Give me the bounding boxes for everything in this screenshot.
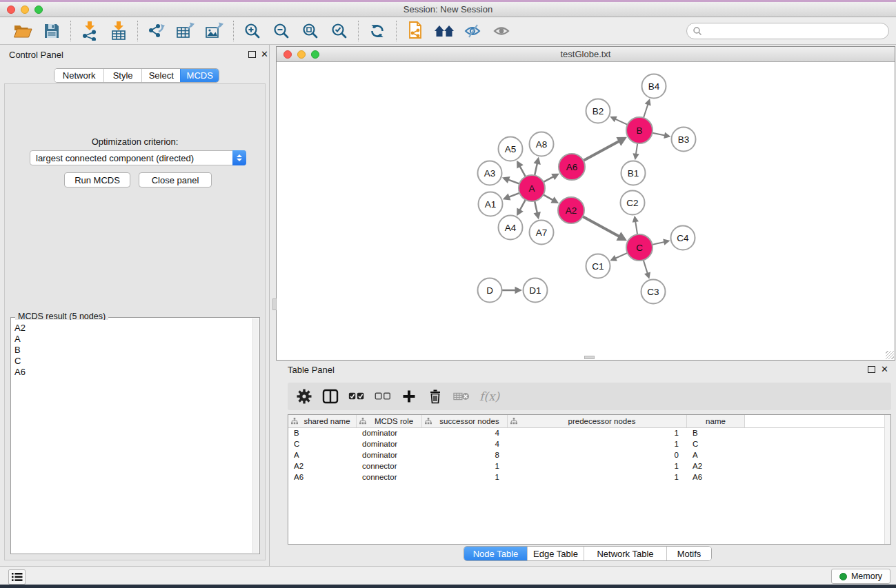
open-session-button[interactable] [11,20,34,42]
delete-table-button[interactable] [453,388,470,405]
table-cell[interactable]: dominator [357,450,422,461]
save-session-button[interactable] [40,20,63,42]
table-cell[interactable]: 1 [508,428,687,439]
table-cell[interactable]: connector [357,472,422,483]
float-panel-icon[interactable] [248,51,256,58]
result-item-a[interactable]: A [14,334,252,345]
edge-B-B3[interactable] [653,133,666,136]
network-close-button[interactable] [283,50,292,59]
table-row[interactable]: A6connector11A6 [288,472,890,483]
table-cell[interactable]: A6 [288,472,357,483]
table-cell[interactable]: A [288,450,357,461]
table-cell[interactable]: B [288,428,357,439]
zoom-in-button[interactable] [241,20,264,42]
table-cell[interactable]: B [687,428,745,439]
tab-style[interactable]: Style [103,69,141,82]
delete-columns-button[interactable] [427,388,444,405]
export-network-button[interactable] [145,20,168,42]
edge-C-C2[interactable] [635,221,637,234]
table-cell[interactable]: 1 [422,461,508,472]
table-close-icon[interactable]: ✕ [881,364,888,374]
table-cell[interactable]: 1 [508,472,687,483]
close-panel-button[interactable]: Close panel [139,172,212,187]
task-history-button[interactable] [8,569,26,585]
edge-B-B2[interactable] [615,119,628,125]
table-cell[interactable]: C [288,439,357,450]
horizontal-splitter-handle[interactable] [584,356,595,359]
network-maximize-button[interactable] [311,50,319,59]
table-cell[interactable]: 0 [508,450,687,461]
vertical-splitter-handle[interactable] [272,298,277,310]
result-item-a6[interactable]: A6 [14,367,252,378]
memory-button[interactable]: Memory [831,569,890,584]
table-row[interactable]: Bdominator41B [288,428,890,439]
table-cell[interactable]: 8 [422,450,508,461]
tab-node-table[interactable]: Node Table [464,547,527,560]
edge-B-B4[interactable] [644,104,648,118]
edge-A-A6[interactable] [544,176,554,182]
table-cell[interactable]: dominator [357,428,422,439]
zoom-selected-button[interactable] [328,20,351,42]
create-column-button[interactable] [401,388,417,405]
edge-C-C3[interactable] [644,260,648,274]
edge-A-A4[interactable] [520,200,526,210]
edge-A-A1[interactable] [509,193,520,197]
tab-edge-table[interactable]: Edge Table [527,547,584,560]
maximize-window-button[interactable] [34,6,43,14]
tab-mcds[interactable]: MCDS [180,69,219,82]
edge-C-C1[interactable] [615,253,628,258]
table-cell[interactable]: A2 [687,461,745,472]
table-options-button[interactable] [296,388,312,405]
table-cell[interactable]: 1 [508,439,687,450]
import-table-button[interactable] [107,20,130,42]
show-column-panel-button[interactable] [322,388,339,405]
tab-motifs[interactable]: Motifs [666,547,711,560]
table-cell[interactable]: connector [357,461,422,472]
home-pages-button[interactable] [432,20,456,42]
close-window-button[interactable] [7,6,15,14]
run-mcds-button[interactable]: Run MCDS [64,172,130,187]
edge-A-A3[interactable] [508,180,519,184]
export-table-button[interactable] [174,20,197,42]
export-image-button[interactable] [203,20,226,42]
table-cell[interactable]: A6 [687,472,745,483]
close-panel-icon[interactable]: ✕ [261,49,268,59]
table-cell[interactable]: C [687,439,745,450]
table-float-icon[interactable] [868,366,875,373]
column-header-name[interactable]: name [687,415,745,427]
tab-select[interactable]: Select [141,69,181,82]
table-cell[interactable]: A [687,450,745,461]
table-cell[interactable]: 1 [508,461,687,472]
table-row[interactable]: Cdominator41C [288,439,890,450]
edge-C-C4[interactable] [653,242,665,245]
table-scrollbar[interactable] [884,415,890,544]
search-input[interactable] [702,25,888,37]
table-cell[interactable]: 1 [422,472,508,483]
column-header-shared-name[interactable]: shared name [288,415,357,427]
import-network-button[interactable] [78,20,101,42]
network-from-document-button[interactable] [404,20,427,42]
edge-A6-B[interactable] [584,141,619,161]
table-row[interactable]: Adominator80A [288,450,890,461]
select-all-columns-button[interactable] [348,388,365,405]
edge-B-B1[interactable] [636,143,637,154]
zoom-fit-button[interactable] [299,20,322,42]
result-item-b[interactable]: B [14,345,252,356]
tab-network[interactable]: Network [54,69,103,82]
edge-A-A2[interactable] [544,194,553,200]
criterion-dropdown[interactable]: largest connected component (directed) [30,150,246,165]
network-canvas[interactable]: B4B2BB3A5A8A6A3AB1A1A2C2A4A7C4C1CDD1C3 [277,62,895,360]
result-list-scrollbar[interactable] [252,318,259,553]
resize-grip[interactable] [886,351,894,359]
table-row[interactable]: A2connector11A2 [288,461,890,472]
result-item-a2[interactable]: A2 [14,323,252,334]
show-graphics-details-button[interactable] [461,20,485,42]
edge-A-A8[interactable] [535,163,537,176]
table-cell[interactable]: dominator [357,439,422,450]
tab-network-table[interactable]: Network Table [584,547,666,560]
edge-A2-C[interactable] [583,216,619,236]
column-header-MCDS-role[interactable]: MCDS role [357,415,422,427]
edge-A-A7[interactable] [535,201,537,214]
column-header-successor-nodes[interactable]: successor nodes [422,415,508,427]
result-item-c[interactable]: C [14,356,252,367]
